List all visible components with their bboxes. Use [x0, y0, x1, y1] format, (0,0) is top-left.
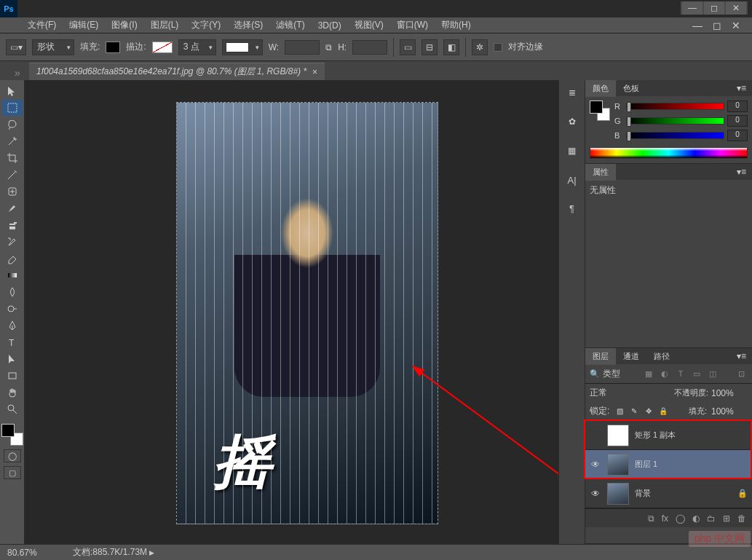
- path-alignment-button[interactable]: ⊟: [421, 39, 438, 55]
- menu-window[interactable]: 窗口(W): [391, 17, 434, 33]
- healing-brush-tool[interactable]: [2, 184, 23, 200]
- canvas-area[interactable]: 摇: [25, 80, 558, 544]
- layer-thumbnail[interactable]: [607, 454, 629, 476]
- path-selection-tool[interactable]: [2, 351, 23, 367]
- lasso-tool[interactable]: [2, 117, 23, 133]
- properties-tab[interactable]: 属性: [585, 164, 616, 181]
- clone-stamp-tool[interactable]: [2, 217, 23, 233]
- swatches-tab[interactable]: 色板: [616, 80, 646, 97]
- width-input[interactable]: [285, 40, 320, 55]
- new-layer-icon[interactable]: ⊞: [723, 513, 730, 524]
- b-value[interactable]: 0: [727, 130, 748, 141]
- stroke-style-dropdown[interactable]: [222, 39, 263, 55]
- filter-type-icon[interactable]: T: [674, 367, 687, 380]
- collapsed-swatches-icon[interactable]: ▦: [563, 143, 582, 159]
- layer-name[interactable]: 图层 1: [635, 459, 657, 470]
- doc-info[interactable]: 文档:885.7K/1.73M ▶: [73, 546, 154, 559]
- delete-layer-icon[interactable]: 🗑: [737, 513, 746, 524]
- menu-image[interactable]: 图像(I): [106, 17, 143, 33]
- brush-tool[interactable]: [2, 200, 23, 216]
- window-minimize-icon[interactable]: —: [692, 20, 702, 31]
- menu-3d[interactable]: 3D(D): [312, 18, 347, 33]
- filter-pixel-icon[interactable]: ▦: [642, 367, 655, 380]
- g-slider[interactable]: [626, 117, 724, 125]
- collapsed-brush-icon[interactable]: ✿: [563, 114, 582, 130]
- menu-select[interactable]: 选择(S): [228, 17, 269, 33]
- layer-mask-icon[interactable]: ◯: [676, 513, 685, 524]
- filter-toggle[interactable]: ⊡: [735, 367, 748, 380]
- lock-transparent-icon[interactable]: ▨: [614, 406, 625, 417]
- app-close-icon[interactable]: ✕: [726, 1, 746, 15]
- color-spectrum[interactable]: [590, 147, 748, 159]
- quick-mask-button[interactable]: ◯: [4, 449, 21, 462]
- zoom-tool[interactable]: [2, 401, 23, 417]
- search-icon[interactable]: 🔍: [590, 369, 600, 379]
- type-tool[interactable]: T: [2, 334, 23, 350]
- window-close-icon[interactable]: ✕: [732, 20, 740, 31]
- color-panel-menu-icon[interactable]: ▾≡: [731, 83, 752, 93]
- layer-filter-type-dropdown[interactable]: 类型: [603, 368, 639, 380]
- lock-pixels-icon[interactable]: ✎: [628, 406, 640, 417]
- menu-layer[interactable]: 图层(L): [145, 17, 185, 33]
- layer-fx-icon[interactable]: fx: [662, 513, 668, 524]
- crop-tool[interactable]: [2, 150, 23, 166]
- layer-thumbnail[interactable]: [607, 425, 629, 446]
- dodge-tool[interactable]: [2, 301, 23, 317]
- layer-visibility-icon[interactable]: 👁: [590, 489, 601, 499]
- paths-tab[interactable]: 路径: [646, 348, 677, 365]
- color-swatches[interactable]: [1, 424, 23, 446]
- tool-preset-picker[interactable]: ▭▾: [6, 39, 26, 55]
- channels-tab[interactable]: 通道: [616, 348, 646, 365]
- height-input[interactable]: [352, 40, 387, 55]
- eyedropper-tool[interactable]: [2, 167, 23, 183]
- layers-panel-menu-icon[interactable]: ▾≡: [731, 351, 752, 361]
- panel-foreground-color[interactable]: [590, 100, 603, 114]
- layer-name[interactable]: 背景: [635, 488, 651, 499]
- stroke-width-dropdown[interactable]: 3 点: [178, 39, 216, 55]
- history-brush-tool[interactable]: [2, 234, 23, 250]
- layer-row[interactable]: 👁 背景 🔒: [585, 479, 752, 508]
- blur-tool[interactable]: [2, 284, 23, 300]
- app-minimize-icon[interactable]: —: [682, 1, 702, 15]
- filter-adjustment-icon[interactable]: ◐: [658, 367, 671, 380]
- menu-help[interactable]: 帮助(H): [435, 17, 477, 33]
- shape-mode-dropdown[interactable]: 形状: [32, 39, 74, 55]
- layer-thumbnail[interactable]: [607, 483, 629, 505]
- foreground-color[interactable]: [1, 424, 15, 437]
- lock-position-icon[interactable]: ✥: [643, 406, 654, 417]
- fill-opacity-dropdown[interactable]: 100%: [711, 406, 748, 417]
- b-slider[interactable]: [626, 132, 724, 139]
- move-tool[interactable]: [2, 83, 23, 99]
- shape-settings-button[interactable]: ✲: [472, 39, 488, 55]
- gradient-tool[interactable]: [2, 267, 23, 283]
- zoom-level[interactable]: 80.67%: [7, 548, 58, 558]
- fill-color-swatch[interactable]: [106, 42, 120, 53]
- screen-mode-button[interactable]: ▢: [4, 466, 21, 479]
- document-tab[interactable]: 1f004a1569d68cfaa850e16e42ea71f.jpg @ 80…: [29, 63, 325, 80]
- window-maximize-icon[interactable]: ◻: [713, 20, 721, 31]
- r-value[interactable]: 0: [727, 100, 748, 112]
- collapsed-history-icon[interactable]: ≣: [563, 84, 582, 100]
- layer-visibility-icon[interactable]: 👁: [590, 460, 601, 470]
- eraser-tool[interactable]: [2, 251, 23, 267]
- link-wh-icon[interactable]: ⧉: [325, 42, 332, 52]
- link-layers-icon[interactable]: ⧉: [648, 513, 654, 524]
- path-operations-button[interactable]: ▭: [400, 39, 416, 55]
- filter-shape-icon[interactable]: ▭: [690, 367, 703, 380]
- layers-tab[interactable]: 图层: [585, 348, 616, 365]
- lock-all-icon[interactable]: 🔒: [657, 406, 669, 417]
- color-tab[interactable]: 颜色: [585, 80, 616, 97]
- magic-wand-tool[interactable]: [2, 133, 23, 149]
- r-slider[interactable]: [626, 103, 724, 110]
- filter-smart-icon[interactable]: ◫: [706, 367, 719, 380]
- menu-view[interactable]: 视图(V): [349, 17, 389, 33]
- collapsed-character-icon[interactable]: A|: [563, 172, 582, 188]
- layer-row[interactable]: 矩形 1 副本: [585, 421, 752, 450]
- menu-edit[interactable]: 编辑(E): [63, 17, 104, 33]
- menu-type[interactable]: 文字(Y): [186, 17, 226, 33]
- document-tab-close-icon[interactable]: ×: [312, 67, 317, 77]
- layer-group-icon[interactable]: 🗀: [707, 513, 716, 524]
- tab-collapse-handle[interactable]: »: [6, 66, 29, 80]
- align-edges-checkbox[interactable]: [494, 43, 502, 52]
- layer-row[interactable]: 👁 图层 1: [585, 450, 752, 479]
